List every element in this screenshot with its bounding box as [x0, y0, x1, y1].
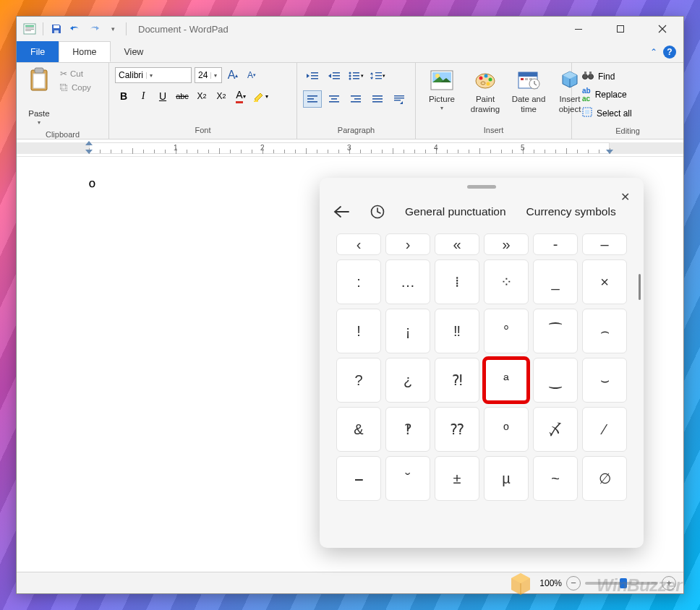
group-label: Clipboard — [17, 130, 108, 139]
font-color-button[interactable]: A▾ — [232, 87, 249, 105]
zoom-in-button[interactable]: + — [662, 576, 676, 590]
symbol-key[interactable]: ⌣ — [582, 358, 627, 403]
collapse-ribbon-icon[interactable]: ⌃ — [650, 47, 657, 57]
tab-view[interactable]: View — [111, 41, 158, 62]
symbol-key[interactable]: ⁈ — [435, 358, 479, 403]
undo-button[interactable] — [68, 22, 82, 36]
svg-point-48 — [479, 77, 483, 80]
select-all-button[interactable]: Select all — [581, 106, 633, 121]
symbol-key[interactable]: ~ — [533, 456, 578, 501]
symbol-key[interactable]: – — [582, 233, 627, 255]
save-button[interactable] — [49, 22, 64, 36]
symbol-key[interactable]: ∅ — [582, 456, 627, 501]
symbol-key[interactable]: ⁀ — [533, 309, 578, 353]
symbol-key[interactable]: ¡ — [385, 309, 430, 353]
symbol-key[interactable]: ‐ — [533, 233, 578, 255]
line-spacing-icon[interactable]: ▾ — [368, 67, 387, 85]
symbol-key[interactable]: ⁞ — [435, 259, 479, 304]
insert-datetime-button[interactable]: Date and time — [510, 67, 547, 115]
symbol-key[interactable]: « — [435, 233, 479, 255]
grow-font-icon[interactable]: A▴ — [225, 67, 241, 83]
close-icon[interactable]: ✕ — [616, 188, 633, 205]
symbol-key[interactable]: _ — [533, 259, 578, 304]
cut-button[interactable]: ✂Cut — [57, 67, 94, 80]
recent-icon[interactable] — [363, 197, 392, 226]
tab-file[interactable]: File — [17, 41, 59, 62]
paragraph-dialog-icon[interactable] — [390, 90, 409, 108]
drag-handle[interactable] — [467, 185, 496, 189]
svg-rect-15 — [311, 78, 318, 80]
bold-button[interactable]: B — [115, 87, 132, 105]
justify-icon[interactable] — [368, 90, 387, 108]
svg-rect-16 — [333, 72, 340, 74]
replace-button[interactable]: abacReplace — [581, 85, 633, 104]
back-button[interactable] — [327, 197, 356, 226]
category-tab[interactable]: General punctuation — [405, 205, 506, 218]
svg-point-21 — [349, 78, 351, 80]
svg-rect-40 — [372, 101, 383, 103]
scrollbar-thumb[interactable] — [639, 274, 641, 300]
symbol-key[interactable]: ? — [336, 358, 381, 403]
category-tab[interactable]: Currency symbols — [526, 205, 616, 218]
symbol-key[interactable]: ‹ — [336, 233, 381, 255]
symbol-key[interactable]: ⌢ — [582, 309, 627, 353]
insert-paint-button[interactable]: Paint drawing — [466, 67, 504, 115]
symbol-key[interactable]: ˘ — [385, 456, 430, 501]
italic-button[interactable]: I — [135, 87, 152, 105]
binoculars-icon — [582, 70, 594, 82]
minimize-button[interactable] — [558, 17, 599, 41]
symbol-key[interactable]: : — [336, 259, 381, 304]
highlight-button[interactable]: ▾ — [252, 87, 269, 105]
redo-button[interactable] — [87, 22, 101, 36]
insert-picture-button[interactable]: Picture▾ — [423, 67, 461, 115]
symbol-key[interactable]: ‽ — [385, 407, 430, 452]
symbol-key[interactable]: ‿ — [533, 358, 578, 403]
decrease-indent-icon[interactable] — [303, 67, 322, 85]
align-center-icon[interactable] — [325, 90, 343, 108]
symbol-key[interactable]: ! — [336, 309, 381, 353]
shrink-font-icon[interactable]: A▾ — [244, 67, 260, 83]
superscript-button[interactable]: X2 — [213, 87, 230, 105]
symbol-key[interactable]: ± — [435, 456, 479, 501]
symbol-key[interactable]: ª — [484, 358, 529, 403]
bullets-icon[interactable]: ▾ — [346, 67, 365, 85]
symbol-key[interactable]: ⁇ — [435, 407, 479, 452]
qat-dropdown[interactable]: ▾ — [106, 22, 120, 36]
symbol-key[interactable]: ‼ — [435, 309, 479, 353]
symbol-key[interactable]: 〆 — [533, 407, 578, 452]
symbol-key[interactable]: ⁘ — [484, 259, 529, 304]
symbol-key[interactable]: µ — [484, 456, 529, 501]
tab-home[interactable]: Home — [59, 41, 110, 62]
font-name-combo[interactable]: Calibri▾ — [115, 67, 192, 83]
symbol-key[interactable]: ⁄ — [582, 407, 627, 452]
help-icon[interactable]: ? — [663, 46, 676, 59]
symbol-key[interactable]: ¿ — [385, 358, 430, 403]
zoom-out-button[interactable]: − — [566, 576, 581, 590]
group-paragraph: ▾ ▾ Paragraph — [297, 63, 416, 139]
symbol-key[interactable]: × — [582, 259, 627, 304]
group-label: Font — [109, 126, 296, 139]
svg-rect-38 — [372, 95, 383, 97]
calendar-icon — [516, 67, 542, 93]
find-button[interactable]: Find — [581, 69, 633, 84]
increase-indent-icon[interactable] — [325, 67, 343, 85]
ruler[interactable]: 12345 — [17, 139, 683, 157]
subscript-button[interactable]: X2 — [193, 87, 210, 105]
align-left-icon[interactable] — [303, 90, 322, 108]
symbol-key[interactable]: º — [484, 407, 529, 452]
symbol-key[interactable]: › — [385, 233, 430, 255]
strikethrough-button[interactable]: abc — [174, 87, 191, 105]
zoom-slider[interactable] — [585, 582, 657, 585]
paste-button[interactable] — [24, 67, 54, 108]
copy-button[interactable]: ⿻Copy — [57, 82, 94, 93]
font-size-combo[interactable]: 24▾ — [195, 67, 222, 83]
symbol-key[interactable]: ° — [484, 309, 529, 353]
align-right-icon[interactable] — [346, 90, 365, 108]
underline-button[interactable]: U — [154, 87, 171, 105]
close-button[interactable] — [641, 17, 683, 41]
symbol-key[interactable]: » — [484, 233, 529, 255]
symbol-key[interactable]: … — [385, 259, 430, 304]
maximize-button[interactable] — [599, 17, 641, 41]
symbol-key[interactable]: ‒ — [336, 456, 381, 501]
symbol-key[interactable]: & — [336, 407, 381, 452]
